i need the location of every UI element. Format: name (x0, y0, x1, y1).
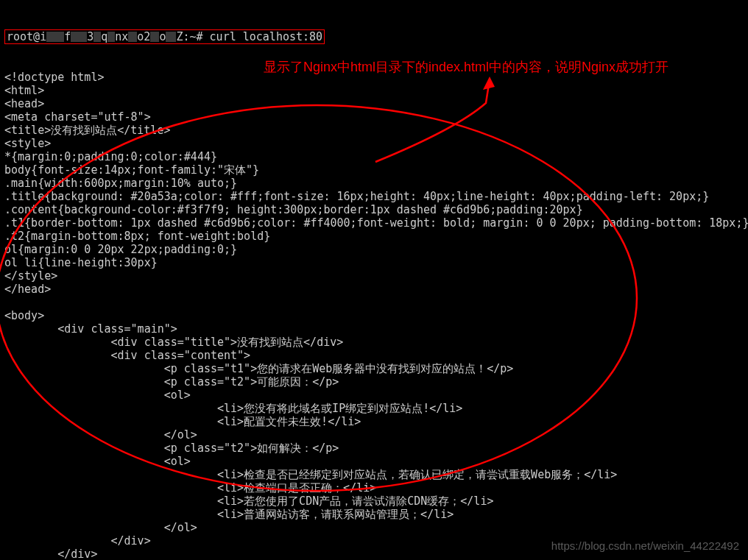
command-text: curl localhost:80 (210, 30, 323, 43)
output-line: body{font-size:14px;font-family:"宋体"} (4, 163, 744, 177)
output-line: <ol> (4, 455, 744, 468)
output-line: <title>没有找到站点</title> (4, 124, 744, 137)
output-line: <style> (4, 137, 744, 150)
output-line: .main{width:600px;margin:10% auto;} (4, 177, 744, 190)
output-line: <li>您没有将此域名或IP绑定到对应站点!</li> (4, 402, 744, 415)
output-line: <li>检查端口是否正确；</li> (4, 481, 744, 495)
raw-text: 3 (87, 30, 94, 43)
output-line: <ol> (4, 389, 744, 402)
obscured-segment (166, 32, 176, 42)
output-line: <head> (4, 97, 744, 110)
prompt-line: root@if3qnxo2oZ:~# curl localhost:80 (4, 29, 744, 44)
terminal[interactable]: root@if3qnxo2oZ:~# curl localhost:80 <!d… (0, 0, 748, 560)
output-line: <div class="main"> (4, 322, 744, 336)
output-line: *{margin:0;padding:0;color:#444} (4, 150, 744, 163)
output-line: </head> (4, 283, 744, 296)
prompt-highlight-box: root@if3qnxo2oZ:~# curl localhost:80 (4, 29, 325, 44)
output-line: <p class="t2">可能原因：</p> (4, 375, 744, 389)
obscured-segment (46, 32, 64, 42)
output-line: <li>普通网站访客，请联系网站管理员；</li> (4, 508, 744, 521)
raw-text: f (64, 30, 71, 43)
prompt-user-host-prefix: root@i (7, 30, 46, 43)
output-line: <div class="title">没有找到站点</div> (4, 336, 744, 349)
output-line: <div class="content"> (4, 349, 744, 362)
obscured-segment (128, 32, 137, 42)
output-line: .title{background: #20a53a;color: #fff;f… (4, 190, 744, 203)
output-line: </style> (4, 269, 744, 283)
output-line: ol li{line-height:30px} (4, 256, 744, 269)
output-line (4, 296, 744, 309)
raw-text: o (159, 30, 166, 43)
obscured-segment (94, 32, 101, 42)
output-line: <html> (4, 84, 744, 97)
annotation-text: 显示了Nginx中html目录下的index.html中的内容，说明Nginx成… (264, 60, 668, 74)
output-lines-container: <!doctype html><html><head><meta charset… (4, 71, 744, 560)
output-line: <p class="t2">如何解决：</p> (4, 442, 744, 455)
prompt-user-host-suffix: Z:~# (176, 30, 202, 43)
raw-text: o2 (137, 30, 150, 43)
output-line: <meta charset="utf-8"> (4, 110, 744, 124)
output-line: .t1{border-bottom: 1px dashed #c6d9b6;co… (4, 216, 744, 230)
output-line: .t2{margin-bottom:8px; font-weight:bold} (4, 230, 744, 243)
obscured-segment (107, 32, 115, 42)
output-line: </ol> (4, 428, 744, 442)
output-line: </ol> (4, 521, 744, 534)
obscured-segment (71, 32, 87, 42)
output-line: <li>配置文件未生效!</li> (4, 415, 744, 428)
output-line: ol{margin:0 0 20px 22px;padding:0;} (4, 243, 744, 256)
raw-text: nx (115, 30, 128, 43)
obscured-segment (150, 32, 159, 42)
output-line: <body> (4, 309, 744, 322)
watermark: https://blog.csdn.net/weixin_44222492 (551, 539, 739, 553)
output-line: <p class="t1">您的请求在Web服务器中没有找到对应的站点！</p> (4, 362, 744, 375)
raw-text: q (101, 30, 107, 43)
output-line: <li>若您使用了CDN产品，请尝试清除CDN缓存；</li> (4, 495, 744, 508)
output-line: <li>检查是否已经绑定到对应站点，若确认已绑定，请尝试重载Web服务；</li… (4, 468, 744, 481)
output-line: .content{background-color:#f3f7f9; heigh… (4, 203, 744, 216)
